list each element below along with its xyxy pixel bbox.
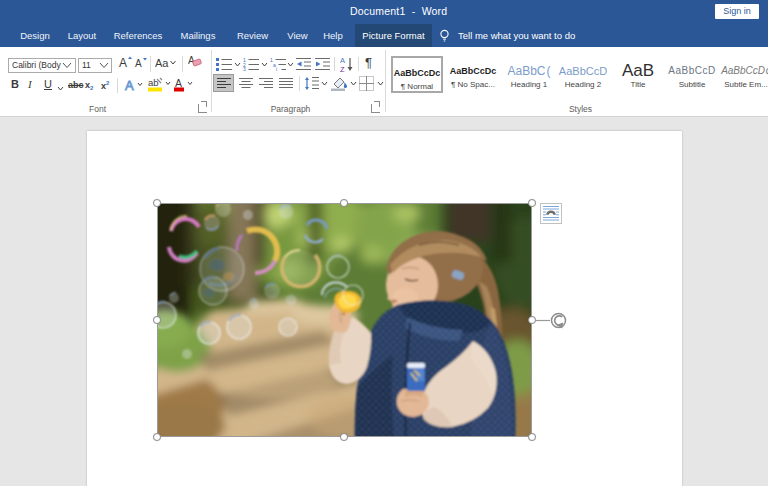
svg-text:Z: Z — [340, 65, 345, 73]
svg-text:A: A — [135, 58, 142, 68]
svg-text:A: A — [125, 78, 134, 92]
svg-text:A: A — [175, 77, 182, 89]
svg-text:i: i — [276, 66, 277, 71]
svg-text:A: A — [119, 56, 127, 68]
svg-text:Aa: Aa — [155, 57, 169, 69]
svg-text:ab: ab — [148, 77, 159, 88]
svg-text:3: 3 — [243, 66, 246, 71]
